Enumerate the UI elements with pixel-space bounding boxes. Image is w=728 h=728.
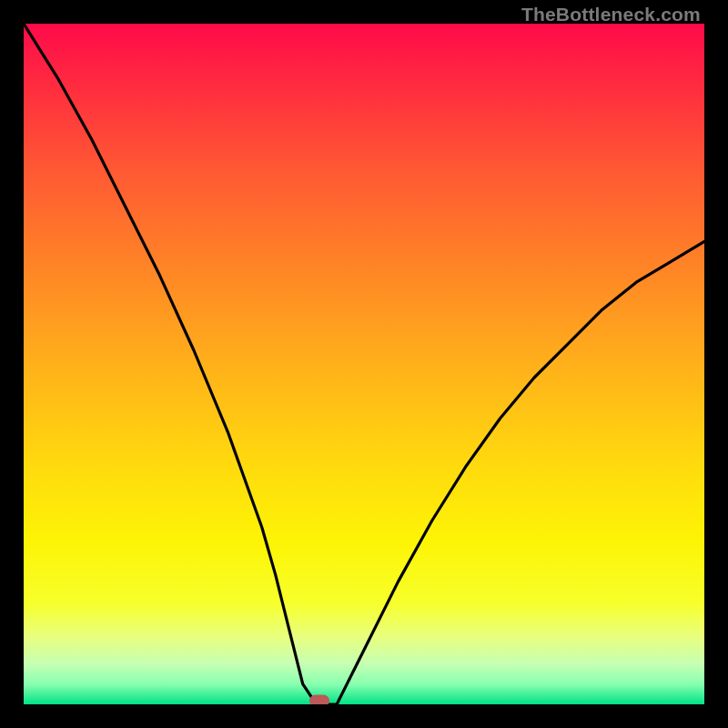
curve-layer <box>24 24 704 704</box>
chart-frame: TheBottleneck.com <box>0 0 728 728</box>
optimal-marker <box>309 695 329 705</box>
plot-area <box>24 24 704 704</box>
watermark-label: TheBottleneck.com <box>521 4 701 25</box>
bottleneck-curve <box>24 24 704 704</box>
